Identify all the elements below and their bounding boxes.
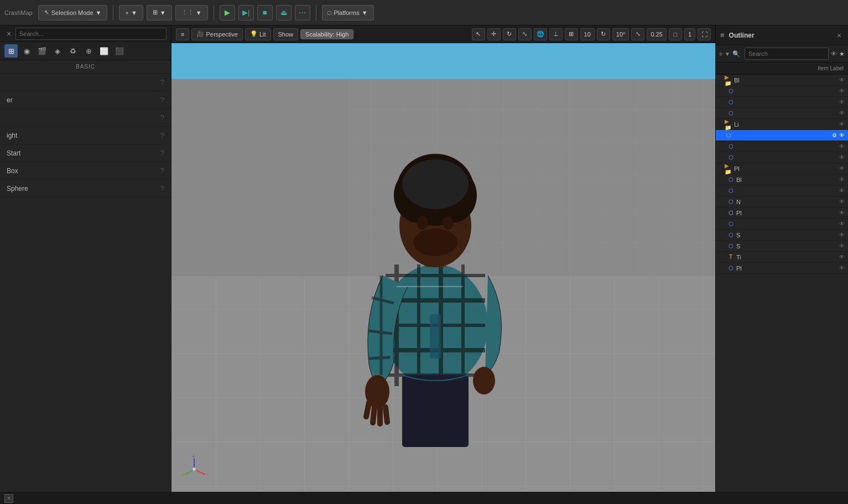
scale-btn[interactable]: ⤡ (518, 28, 532, 40)
perspective-button[interactable]: 🎥 Perspective (191, 28, 242, 40)
list-item[interactable]: ⬡ N 👁 (716, 196, 848, 207)
lit-button[interactable]: 💡 Lit (245, 28, 271, 40)
visibility-icon[interactable]: 👁 (838, 110, 846, 117)
visibility-icon[interactable]: 👁 (838, 121, 846, 128)
tab-place[interactable]: ⊞ (4, 44, 18, 58)
list-item[interactable]: Box ? (0, 162, 171, 180)
outliner-search-bar: ≡ ▼ 🔍 👁 ★ (716, 45, 848, 63)
outliner-search-input[interactable] (745, 48, 829, 60)
list-item[interactable]: ⬡ S 👁 (716, 230, 848, 241)
hamburger-icon: ≡ (181, 31, 184, 38)
visibility-icon[interactable]: 👁 (838, 264, 846, 272)
visibility-icon[interactable]: 👁 (838, 143, 846, 150)
more-play-button[interactable]: ⋯ (295, 5, 310, 20)
list-item[interactable]: ⬡ Bl 👁 (716, 174, 848, 185)
bottom-close-button[interactable]: × (4, 494, 13, 503)
translate-btn[interactable]: ✛ (487, 28, 501, 40)
eye-filter-icon[interactable]: 👁 (831, 50, 837, 57)
eject-button[interactable]: ⏏ (276, 5, 292, 20)
visibility-icon[interactable]: 👁 (838, 209, 846, 217)
select-mode-btn[interactable]: ↖ (472, 28, 485, 40)
help-icon[interactable]: ? (160, 149, 164, 157)
list-item[interactable]: ⬡ 👁 (716, 97, 848, 108)
left-panel-search-input[interactable] (15, 28, 167, 40)
grid-btn[interactable]: ⊞ (565, 28, 578, 40)
visibility-icon[interactable]: 👁 (838, 176, 846, 184)
perspective-label: Perspective (206, 31, 237, 38)
list-item[interactable]: ⬡ 👁 (716, 185, 848, 196)
selection-mode-button[interactable]: ↖ Selection Mode ▼ (38, 5, 108, 20)
list-item[interactable]: Start ? (0, 144, 171, 162)
list-item[interactable]: ⬡ Pl 👁 (716, 263, 848, 274)
snapping-button[interactable]: ⋮⋮ ▼ (175, 5, 208, 20)
scale-snap-btn[interactable]: ⤡ (631, 28, 644, 40)
left-panel-close-button[interactable]: × (4, 29, 13, 38)
list-item[interactable]: ? (0, 109, 171, 127)
list-item[interactable]: ⬡ Pl 👁 (716, 207, 848, 219)
outliner-close-button[interactable]: × (835, 31, 844, 40)
rotation-snap-value: 10° (612, 28, 630, 40)
tab-cinema[interactable]: 🎬 (35, 44, 49, 58)
viewport[interactable]: ≡ 🎥 Perspective 💡 Lit Show Scalability: … (171, 25, 715, 492)
list-item[interactable]: ⬡ 👁 (716, 219, 848, 230)
list-item[interactable]: ▶📁 Bl 👁 (716, 75, 848, 86)
list-item[interactable]: T Ti 👁 (716, 252, 848, 263)
visibility-icon[interactable]: 👁 (838, 231, 846, 239)
visibility-icon[interactable]: 👁 (838, 187, 846, 195)
mode-button[interactable]: ⊞ ▼ (147, 5, 172, 20)
tab-box[interactable]: ⬜ (97, 44, 111, 58)
screen-pct-btn[interactable]: □ (669, 28, 682, 40)
tab-foliage[interactable]: ♻ (66, 44, 80, 58)
visibility-icon[interactable]: 👁 (838, 165, 846, 173)
visibility-icon[interactable]: 👁 (838, 253, 846, 261)
settings-icon[interactable]: ⚙ (832, 132, 837, 138)
list-item[interactable]: ight ? (0, 127, 171, 144)
help-icon[interactable]: ? (160, 167, 164, 175)
list-item[interactable]: ▶📁 Pl 👁 (716, 163, 848, 174)
help-icon[interactable]: ? (160, 131, 164, 139)
help-icon[interactable]: ? (160, 96, 164, 104)
rotation-snap-btn[interactable]: ↻ (597, 28, 610, 40)
help-icon[interactable]: ? (160, 184, 164, 193)
star-filter-icon[interactable]: ★ (839, 50, 845, 58)
list-item-selected[interactable]: ⬡ ⚙ 👁 (716, 130, 848, 141)
list-item[interactable]: er ? (0, 91, 171, 109)
play-button[interactable]: ▶ (220, 5, 235, 20)
visibility-icon[interactable]: 👁 (838, 76, 846, 84)
visibility-icon[interactable]: 👁 (838, 98, 846, 106)
add-object-button[interactable]: + ▼ (119, 5, 143, 20)
list-item[interactable]: ⬡ 👁 (716, 108, 848, 119)
tab-dark[interactable]: ⬛ (113, 44, 126, 58)
visibility-icon[interactable]: 👁 (838, 87, 846, 95)
list-item[interactable]: ⬡ S 👁 (716, 241, 848, 252)
list-item[interactable]: Sphere ? (0, 180, 171, 198)
rotate-btn[interactable]: ↻ (503, 28, 516, 40)
character-figure (352, 104, 518, 447)
item-name: Pl (734, 165, 838, 172)
list-item[interactable]: ▶📁 Li 👁 (716, 119, 848, 130)
visibility-icon[interactable]: 👁 (838, 220, 846, 228)
list-item[interactable]: ⬡ 👁 (716, 152, 848, 163)
visibility-icon[interactable]: 👁 (838, 132, 846, 139)
stop-button[interactable]: ■ (257, 5, 273, 20)
list-item[interactable]: ⬡ 👁 (716, 141, 848, 152)
list-item[interactable]: ? (0, 74, 171, 91)
viewport-menu-button[interactable]: ≡ (176, 28, 189, 40)
svg-rect-38 (430, 314, 441, 358)
world-btn[interactable]: 🌐 (534, 28, 547, 40)
platforms-button[interactable]: □ Platforms ▼ (322, 5, 374, 20)
tab-merge[interactable]: ⊕ (82, 44, 95, 58)
list-item[interactable]: ⬡ 👁 (716, 86, 848, 97)
play-anim-button[interactable]: ▶| (238, 5, 254, 20)
show-button[interactable]: Show (273, 28, 299, 40)
mesh-icon: ⬡ (727, 98, 735, 106)
tab-shapes[interactable]: ◉ (20, 44, 33, 58)
snap-surface-btn[interactable]: ⊥ (549, 28, 563, 40)
help-icon[interactable]: ? (160, 78, 164, 86)
visibility-icon[interactable]: 👁 (838, 242, 846, 250)
visibility-icon[interactable]: 👁 (838, 198, 846, 206)
maximize-btn[interactable]: ⛶ (698, 28, 711, 40)
visibility-icon[interactable]: 👁 (838, 154, 846, 162)
tab-effects[interactable]: ◈ (51, 44, 64, 58)
help-icon[interactable]: ? (160, 113, 164, 122)
